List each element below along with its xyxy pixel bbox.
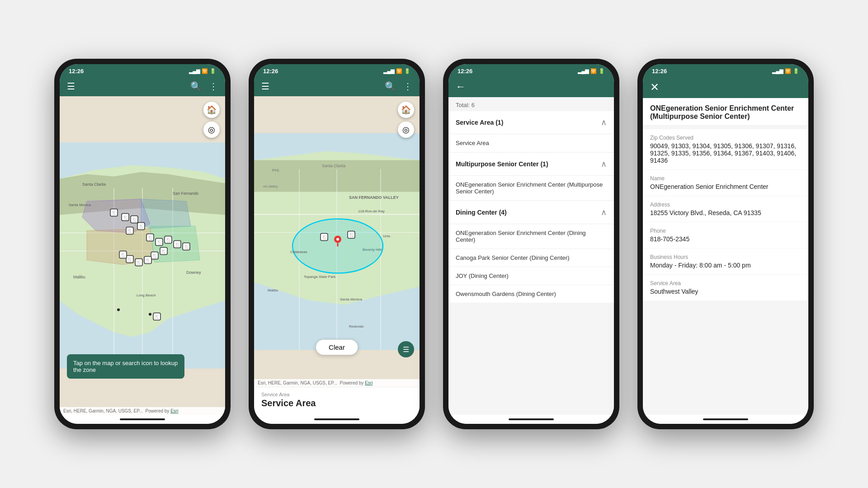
- status-time-3: 12:26: [458, 68, 472, 75]
- close-button-4[interactable]: ✕: [650, 81, 659, 94]
- detail-field-label-4: Business Hours: [650, 254, 801, 260]
- svg-text:PHI.: PHI.: [272, 168, 280, 173]
- svg-point-64: [336, 238, 339, 241]
- detail-field-value-1: ONEgeneration Senior Enrichment Center: [650, 183, 801, 190]
- map-container-2[interactable]: PHI. Santa Clarita mi-Valley 118-Ron-de …: [254, 96, 420, 387]
- svg-text:Malibu: Malibu: [73, 275, 85, 279]
- list-view-button[interactable]: ☰: [398, 341, 414, 357]
- section-item-0-0[interactable]: Service Area: [448, 134, 614, 152]
- svg-text:🍴: 🍴: [136, 260, 142, 266]
- status-icons-4: ▂▄▆ 🛜 🔋: [772, 68, 799, 74]
- section-item-2-3[interactable]: Owensmouth Gardens (Dining Center): [448, 285, 614, 303]
- home-indicator-2: [254, 415, 420, 424]
- status-icons-1: ▂▄▆ 🛜 🔋: [189, 68, 216, 74]
- section-item-2-1[interactable]: Canoga Park Senior Center (Dining Center…: [448, 249, 614, 267]
- svg-text:🍴: 🍴: [321, 235, 327, 240]
- section-header-1[interactable]: Multipurpose Senior Center (1) ∧: [448, 153, 614, 176]
- detail-field-4: Business Hours Monday - Friday: 8:00 am …: [643, 249, 808, 274]
- svg-text:🍴: 🍴: [120, 252, 126, 258]
- service-area-label: Service Area: [261, 392, 412, 397]
- status-time-4: 12:26: [652, 68, 667, 75]
- status-bar-3: 12:26 ▂▄▆ 🛜 🔋: [448, 64, 614, 76]
- section-item-2-0[interactable]: ONEgeneration Senior Enrichment Center (…: [448, 224, 614, 249]
- wifi-icon-3: 🛜: [590, 68, 597, 74]
- home-btn-1[interactable]: 🏠: [203, 102, 220, 118]
- svg-text:🍴: 🍴: [145, 258, 151, 263]
- detail-title: ONEgeneration Senior Enrichment Center (…: [643, 98, 808, 126]
- detail-field-label-5: Service Area: [650, 280, 801, 286]
- map-tooltip-1: Tap on the map or search icon to lookup …: [67, 354, 184, 379]
- status-bar-2: 12:26 ▂▄▆ 🛜 🔋: [254, 64, 420, 76]
- locate-btn-1[interactable]: ◎: [203, 122, 220, 138]
- app-header-3: ←: [448, 76, 614, 97]
- svg-text:🍴: 🍴: [123, 215, 128, 221]
- section-header-2[interactable]: Dining Center (4) ∧: [448, 201, 614, 224]
- svg-text:Long Beach: Long Beach: [137, 293, 156, 297]
- svg-text:SAN FERNANDO VALLEY: SAN FERNANDO VALLEY: [349, 195, 399, 200]
- svg-text:Univ.: Univ.: [383, 234, 391, 238]
- home-btn-2[interactable]: 🏠: [398, 102, 414, 118]
- svg-text:🍴: 🍴: [156, 239, 162, 245]
- app-header-2: ☰ 🔍 ⋮: [254, 76, 420, 96]
- map-controls-1: 🏠 ◎: [203, 102, 220, 138]
- detail-field-label-1: Name: [650, 175, 801, 182]
- svg-text:🍴: 🍴: [127, 257, 133, 263]
- section-item-1-0[interactable]: ONEgeneration Senior Enrichment Center (…: [448, 176, 614, 200]
- section-chevron-2: ∧: [601, 207, 607, 217]
- svg-text:🍴: 🍴: [349, 232, 354, 238]
- results-total: Total: 6: [448, 97, 614, 111]
- locate-btn-2[interactable]: ◎: [398, 122, 414, 138]
- detail-field-2: Address 18255 Victory Blvd., Reseda, CA …: [643, 196, 808, 222]
- home-indicator-1: [60, 415, 225, 424]
- detail-field-label-2: Address: [650, 202, 801, 208]
- detail-field-value-2: 18255 Victory Blvd., Reseda, CA 91335: [650, 209, 801, 216]
- esri-link-1[interactable]: Esri: [170, 408, 178, 413]
- signal-icon: ▂▄▆: [189, 68, 200, 74]
- status-time-1: 12:26: [69, 68, 84, 75]
- detail-field-value-5: Southwest Valley: [650, 288, 801, 295]
- wifi-icon: 🛜: [202, 68, 208, 74]
- section-item-2-2[interactable]: JOY (Dining Center): [448, 267, 614, 285]
- service-area-card: Service Area Service Area: [254, 387, 420, 415]
- results-section-2: Dining Center (4) ∧ ONEgeneration Senior…: [448, 201, 614, 303]
- esri-link-2[interactable]: Esri: [365, 380, 373, 385]
- search-icon-2[interactable]: 🔍: [385, 81, 396, 92]
- wifi-icon-4: 🛜: [785, 68, 791, 74]
- svg-text:Downey: Downey: [186, 270, 201, 275]
- clear-button[interactable]: Clear: [316, 339, 358, 355]
- svg-text:Topanga State Park: Topanga State Park: [304, 275, 336, 279]
- home-indicator-3: [448, 415, 614, 424]
- signal-icon-3: ▂▄▆: [578, 68, 589, 74]
- section-title-0: Service Area (1): [456, 119, 503, 126]
- service-area-value: Service Area: [261, 398, 412, 408]
- status-icons-2: ▂▄▆ 🛜 🔋: [383, 68, 410, 74]
- section-header-0[interactable]: Service Area (1) ∧: [448, 111, 614, 134]
- svg-text:San Fernando: San Fernando: [173, 191, 198, 196]
- detail-field-0: Zip Codes Served 90049, 91303, 91304, 91…: [643, 129, 808, 169]
- phone-4: 12:26 ▂▄▆ 🛜 🔋 ✕ ONEgeneration Senior Enr…: [637, 59, 814, 429]
- svg-text:Calabasas: Calabasas: [290, 250, 307, 254]
- svg-text:🍴: 🍴: [184, 244, 189, 250]
- menu-icon-1[interactable]: ☰: [67, 81, 75, 92]
- status-time-2: 12:26: [263, 68, 278, 75]
- svg-text:🍴: 🍴: [111, 210, 117, 216]
- search-icon-1[interactable]: 🔍: [190, 81, 202, 92]
- results-screen: Total: 6 Service Area (1) ∧ Service Area…: [448, 97, 614, 415]
- map-container-1[interactable]: Santa Clarita Santa Monica San Fernando …: [60, 96, 225, 415]
- svg-text:🍴: 🍴: [127, 228, 133, 234]
- svg-text:118-Ron-de Ray: 118-Ron-de Ray: [358, 209, 385, 213]
- detail-field-value-0: 90049, 91303, 91304, 91305, 91306, 91307…: [650, 142, 801, 164]
- home-indicator-4: [643, 415, 808, 424]
- more-icon-2[interactable]: ⋮: [403, 81, 412, 92]
- svg-text:🍴: 🍴: [161, 249, 167, 254]
- detail-field-label-3: Phone: [650, 228, 801, 234]
- menu-icon-2[interactable]: ☰: [261, 81, 269, 92]
- more-icon-1[interactable]: ⋮: [209, 81, 218, 92]
- map-footer-1: Esri, HERE, Garmin, NGA, USGS, EP... Pow…: [60, 407, 225, 415]
- svg-text:🍴: 🍴: [165, 237, 171, 243]
- svg-text:Santa Clarita: Santa Clarita: [82, 182, 106, 187]
- signal-icon-4: ▂▄▆: [772, 68, 783, 74]
- app-header-4: ✕: [643, 76, 808, 98]
- back-button-3[interactable]: ←: [456, 81, 466, 93]
- svg-text:🍴: 🍴: [175, 242, 180, 248]
